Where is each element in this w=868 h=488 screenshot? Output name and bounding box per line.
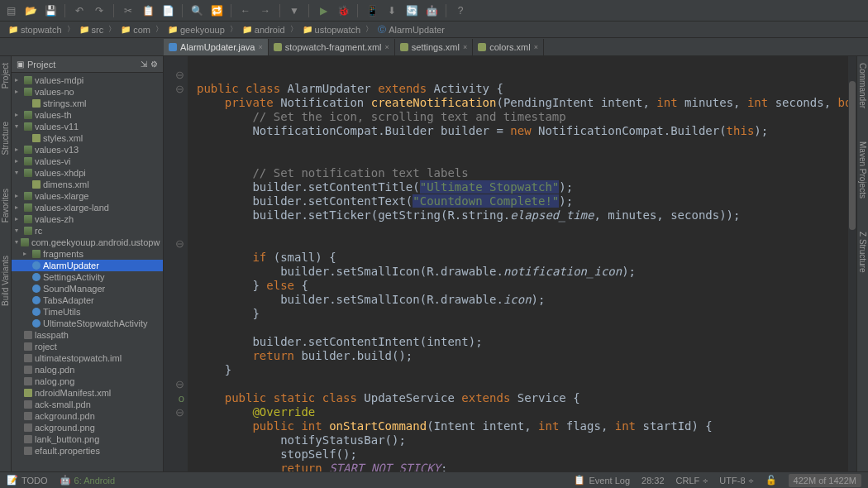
close-icon[interactable]: × bbox=[463, 43, 467, 51]
close-icon[interactable]: × bbox=[534, 43, 538, 51]
tree-node[interactable]: SettingsActivity bbox=[12, 271, 163, 283]
gutter: ⊖ ⊖ ⊖ ⊖ o ⊖ bbox=[164, 56, 188, 471]
sync-icon[interactable]: 🔄 bbox=[404, 3, 419, 18]
tab-colors[interactable]: colors.xml× bbox=[473, 39, 544, 55]
tree-node[interactable]: strings.xml bbox=[12, 98, 163, 109]
sdk-icon[interactable]: ⬇ bbox=[384, 3, 399, 18]
fold-icon[interactable]: ⊖ bbox=[164, 68, 188, 82]
left-tool-sidebar: Project Structure Favorites Build Varian… bbox=[0, 56, 12, 471]
line-sep[interactable]: CRLF ÷ bbox=[676, 476, 708, 486]
find-icon[interactable]: 🔍 bbox=[189, 3, 204, 18]
build-icon[interactable]: ▼ bbox=[287, 3, 302, 18]
replace-icon[interactable]: 🔁 bbox=[209, 3, 224, 18]
tree-node[interactable]: ▸values-xlarge-land bbox=[12, 202, 163, 213]
editor-tabs: AlarmUpdater.java× stopwatch-fragment.xm… bbox=[0, 38, 868, 56]
new-file-icon[interactable]: ▤ bbox=[3, 3, 18, 18]
close-icon[interactable]: × bbox=[385, 43, 389, 51]
fold-icon[interactable]: ⊖ bbox=[164, 377, 188, 391]
project-tree[interactable]: ▸values-mdpi▸values-nostrings.xml▸values… bbox=[12, 73, 163, 470]
tree-node[interactable]: ▾values-v11 bbox=[12, 121, 163, 132]
tab-stopwatch-fragment[interactable]: stopwatch-fragment.xml× bbox=[269, 39, 395, 55]
event-log-button[interactable]: 📋 Event Log bbox=[574, 475, 630, 486]
help-icon[interactable]: ? bbox=[453, 3, 468, 18]
fold-icon[interactable]: ⊖ bbox=[164, 405, 188, 419]
crumb-geekyouup[interactable]: 📁geekyouup bbox=[165, 24, 228, 36]
tree-node[interactable]: ▸values-no bbox=[12, 86, 163, 98]
tree-node[interactable]: ▸values-v13 bbox=[12, 144, 163, 155]
tree-node[interactable]: AlarmUpdater bbox=[12, 260, 163, 271]
collapse-icon[interactable]: ⇲ bbox=[141, 60, 147, 69]
tree-node[interactable]: dimens.xml bbox=[12, 179, 163, 190]
open-icon[interactable]: 📂 bbox=[23, 3, 38, 18]
paste-icon[interactable]: 📄 bbox=[160, 3, 175, 18]
vtab-commander[interactable]: Commander bbox=[858, 63, 867, 108]
tree-node[interactable]: SoundManager bbox=[12, 283, 163, 294]
fold-icon[interactable]: ⊖ bbox=[164, 237, 188, 251]
memory-indicator[interactable]: 422M of 1422M bbox=[789, 474, 861, 487]
android-button[interactable]: 🤖 6: Android bbox=[60, 475, 116, 486]
vtab-favorites[interactable]: Favorites bbox=[1, 189, 10, 222]
redo-icon[interactable]: ↷ bbox=[92, 3, 107, 18]
vertical-scrollbar[interactable] bbox=[848, 56, 856, 471]
debug-icon[interactable]: 🐞 bbox=[336, 3, 351, 18]
crumb-android[interactable]: 📁android bbox=[239, 24, 289, 36]
tree-node[interactable]: ▸values-mdpi bbox=[12, 74, 163, 86]
tree-node[interactable]: lank_button.png bbox=[12, 433, 163, 445]
save-icon[interactable]: 💾 bbox=[43, 3, 58, 18]
tree-node[interactable]: nalog.png bbox=[12, 376, 163, 387]
crumb-ustopwatch[interactable]: 📁ustopwatch bbox=[299, 24, 365, 36]
scrollbar-thumb[interactable] bbox=[849, 81, 856, 230]
vtab-project[interactable]: Project bbox=[1, 63, 10, 89]
vtab-zstructure[interactable]: Z Structure bbox=[858, 232, 867, 272]
copy-icon[interactable]: 📋 bbox=[141, 3, 155, 18]
tree-node[interactable]: nalog.pdn bbox=[12, 364, 163, 376]
close-icon[interactable]: × bbox=[259, 43, 263, 51]
tree-node[interactable]: ultimatestopwatch.iml bbox=[12, 352, 163, 364]
tab-settings[interactable]: settings.xml× bbox=[395, 39, 473, 55]
tree-node[interactable]: lasspath bbox=[12, 329, 163, 341]
tree-node[interactable]: TabsAdapter bbox=[12, 294, 163, 306]
tree-node[interactable]: ▸values-zh bbox=[12, 213, 163, 225]
code-content[interactable]: public class AlarmUpdater extends Activi… bbox=[188, 56, 856, 471]
project-panel-header[interactable]: ▣Project ⇲ ⚙ bbox=[12, 56, 163, 73]
vtab-build-variants[interactable]: Build Variants bbox=[1, 256, 10, 306]
avd-icon[interactable]: 📱 bbox=[365, 3, 379, 18]
tree-node[interactable]: ndroidManifest.xml bbox=[12, 387, 163, 399]
lock-icon[interactable]: 🔓 bbox=[765, 475, 777, 486]
cut-icon[interactable]: ✂ bbox=[121, 3, 136, 18]
code-editor[interactable]: ⊖ ⊖ ⊖ ⊖ o ⊖ public class AlarmUpdater ex… bbox=[164, 56, 856, 471]
tree-node[interactable]: ▸values-vi bbox=[12, 155, 163, 167]
tree-node[interactable]: ack-small.pdn bbox=[12, 399, 163, 410]
tree-node[interactable]: UltimateStopwatchActivity bbox=[12, 318, 163, 329]
crumb-class[interactable]: ⒸAlarmUpdater bbox=[374, 23, 448, 36]
crumb-project[interactable]: 📁stopwatch bbox=[5, 24, 65, 36]
tree-node[interactable]: ▸values-th bbox=[12, 109, 163, 121]
tree-node[interactable]: ackground.pdn bbox=[12, 410, 163, 422]
tree-node[interactable]: ▸values-xlarge bbox=[12, 190, 163, 202]
todo-button[interactable]: 📝 TODO bbox=[7, 475, 48, 486]
tree-node[interactable]: ▾rc bbox=[12, 225, 163, 237]
forward-icon[interactable]: → bbox=[258, 3, 273, 18]
undo-icon[interactable]: ↶ bbox=[72, 3, 87, 18]
tree-node[interactable]: ackground.png bbox=[12, 422, 163, 433]
override-icon[interactable]: o bbox=[164, 391, 188, 405]
vtab-structure[interactable]: Structure bbox=[1, 122, 10, 155]
encoding[interactable]: UTF-8 ÷ bbox=[719, 476, 753, 486]
back-icon[interactable]: ← bbox=[238, 3, 253, 18]
tree-node[interactable]: efault.properties bbox=[12, 445, 163, 457]
tree-node[interactable]: ▸fragments bbox=[12, 248, 163, 260]
tab-alarmupdater[interactable]: AlarmUpdater.java× bbox=[164, 39, 269, 55]
tree-node[interactable]: TimeUtils bbox=[12, 306, 163, 318]
crumb-src[interactable]: 📁src bbox=[76, 24, 107, 36]
android-icon[interactable]: 🤖 bbox=[424, 3, 439, 18]
tree-node[interactable]: roject bbox=[12, 341, 163, 352]
fold-icon[interactable]: ⊖ bbox=[164, 82, 188, 96]
gear-icon[interactable]: ⚙ bbox=[150, 60, 158, 69]
tree-node[interactable]: ▾values-xhdpi bbox=[12, 167, 163, 179]
tree-node[interactable]: ▾com.geekyouup.android.ustopw bbox=[12, 237, 163, 248]
run-icon[interactable]: ▶ bbox=[316, 3, 331, 18]
crumb-com[interactable]: 📁com bbox=[117, 24, 154, 36]
tree-node[interactable]: styles.xml bbox=[12, 132, 163, 144]
cursor-position[interactable]: 28:32 bbox=[641, 476, 665, 486]
vtab-maven[interactable]: Maven Projects bbox=[858, 141, 867, 199]
